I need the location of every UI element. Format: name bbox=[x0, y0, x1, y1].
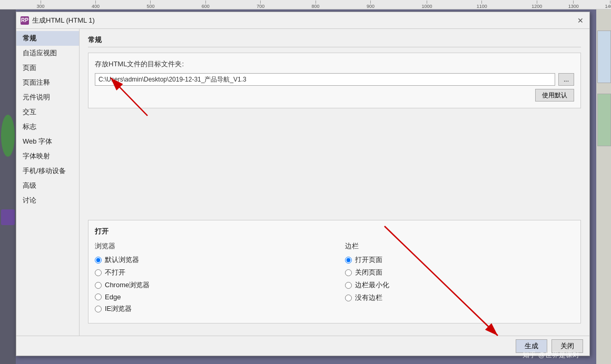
browser-label-default: 默认浏览器 bbox=[105, 255, 139, 265]
sidebar-item-adaptive[interactable]: 自适应视图 bbox=[16, 46, 79, 60]
sidebar-item-web-font[interactable]: Web 字体 bbox=[16, 134, 79, 149]
browser-column-title: 浏览器 bbox=[95, 241, 324, 251]
browser-radio-edge[interactable] bbox=[95, 294, 102, 300]
sidebar-radio-close[interactable] bbox=[345, 269, 352, 276]
bottom-bar: 生成 关闭 bbox=[16, 336, 589, 356]
ruler-mark: 1100 bbox=[477, 1, 487, 9]
browser-label-none: 不打开 bbox=[105, 268, 125, 277]
sidebar-item-font-map[interactable]: 字体映射 bbox=[16, 149, 79, 164]
browser-radio-ie[interactable] bbox=[95, 306, 102, 312]
ruler-mark: 700 bbox=[257, 1, 264, 9]
browser-option-default[interactable]: 默认浏览器 bbox=[95, 255, 324, 265]
dialog-body: 常规 自适应视图 页面 页面注释 元件说明 交互 标志 Web 字体 字体映射 … bbox=[16, 29, 589, 336]
browser-radio-default[interactable] bbox=[95, 257, 102, 264]
decorative-circle bbox=[1, 115, 15, 157]
sidebar-item-advanced[interactable]: 高级 bbox=[16, 178, 79, 193]
browser-column: 浏览器 默认浏览器 不打开 Chrome浏览器 bbox=[95, 241, 324, 317]
sidebar-label-open: 打开页面 bbox=[355, 255, 382, 265]
sidebar-column-title: 边栏 bbox=[345, 241, 574, 251]
ruler: 300 400 500 600 700 800 900 1000 1100 12… bbox=[0, 0, 611, 9]
decorative-block bbox=[1, 209, 15, 225]
app-icon: RP bbox=[21, 16, 29, 25]
close-button[interactable]: ✕ bbox=[576, 16, 585, 25]
main-content: 常规 存放HTML文件的目标文件夹: ... 使用默认 打开 bbox=[80, 29, 589, 336]
sidebar-label-none: 没有边栏 bbox=[355, 293, 382, 302]
open-section-title: 打开 bbox=[95, 227, 574, 236]
sidebar-radio-none[interactable] bbox=[345, 295, 352, 301]
dialog-title: 生成HTML (HTML 1) bbox=[32, 16, 95, 25]
sidebar-item-element-notes[interactable]: 元件说明 bbox=[16, 90, 79, 105]
sidebar-option-none[interactable]: 没有边栏 bbox=[345, 293, 574, 302]
bg-left-panel bbox=[0, 9, 16, 364]
open-section: 打开 浏览器 默认浏览器 不打开 bbox=[88, 220, 581, 323]
right-thumb-1 bbox=[597, 31, 611, 83]
ruler-mark: 1000 bbox=[421, 1, 432, 9]
title-bar: RP 生成HTML (HTML 1) ✕ bbox=[16, 12, 589, 29]
sidebar-radio-open[interactable] bbox=[345, 257, 352, 264]
sidebar-item-interaction[interactable]: 交互 bbox=[16, 105, 79, 119]
sidebar-item-logo[interactable]: 标志 bbox=[16, 119, 79, 134]
title-bar-left: RP 生成HTML (HTML 1) bbox=[21, 16, 95, 25]
ruler-mark: 1300 bbox=[568, 1, 579, 9]
ruler-mark: 1200 bbox=[531, 1, 542, 9]
folder-section: 存放HTML文件的目标文件夹: ... 使用默认 bbox=[88, 53, 581, 108]
browser-radio-chrome[interactable] bbox=[95, 282, 102, 289]
browser-label-chrome: Chrome浏览器 bbox=[105, 280, 150, 290]
ruler-mark: 1400 bbox=[605, 1, 611, 9]
sidebar-item-page[interactable]: 页面 bbox=[16, 60, 79, 75]
empty-space bbox=[88, 115, 581, 220]
watermark: 知乎 @世界是课对 bbox=[523, 350, 579, 360]
browser-label-edge: Edge bbox=[105, 293, 121, 301]
browser-option-chrome[interactable]: Chrome浏览器 bbox=[95, 280, 324, 290]
ruler-mark: 900 bbox=[367, 1, 375, 9]
sidebar-option-minimize[interactable]: 边栏最小化 bbox=[345, 280, 574, 290]
sidebar-options-column: 边栏 打开页面 关闭页面 边栏最小化 bbox=[345, 241, 574, 317]
use-default-button[interactable]: 使用默认 bbox=[535, 89, 574, 102]
sidebar-option-open[interactable]: 打开页面 bbox=[345, 255, 574, 265]
browse-button[interactable]: ... bbox=[558, 73, 574, 86]
browser-label-ie: IE浏览器 bbox=[105, 304, 132, 314]
sidebar-option-close[interactable]: 关闭页面 bbox=[345, 268, 574, 277]
sidebar-item-discussion[interactable]: 讨论 bbox=[16, 193, 79, 208]
ruler-mark: 600 bbox=[202, 1, 210, 9]
sidebar-item-general[interactable]: 常规 bbox=[16, 31, 79, 46]
ruler-mark: 500 bbox=[146, 1, 154, 9]
browser-option-ie[interactable]: IE浏览器 bbox=[95, 304, 324, 314]
open-columns: 浏览器 默认浏览器 不打开 Chrome浏览器 bbox=[95, 241, 574, 317]
bg-right-panel bbox=[596, 9, 611, 364]
ruler-mark: 800 bbox=[312, 1, 320, 9]
folder-path-input[interactable] bbox=[95, 73, 555, 86]
browser-radio-none[interactable] bbox=[95, 269, 102, 276]
browser-option-edge[interactable]: Edge bbox=[95, 293, 324, 301]
ruler-mark: 400 bbox=[92, 1, 100, 9]
browser-option-none[interactable]: 不打开 bbox=[95, 268, 324, 277]
sidebar-item-page-notes[interactable]: 页面注释 bbox=[16, 75, 79, 90]
ruler-mark: 300 bbox=[37, 1, 45, 9]
folder-input-row: ... bbox=[95, 73, 574, 86]
sidebar-label-minimize: 边栏最小化 bbox=[355, 280, 389, 290]
default-btn-row: 使用默认 bbox=[95, 89, 574, 102]
sidebar: 常规 自适应视图 页面 页面注释 元件说明 交互 标志 Web 字体 字体映射 … bbox=[16, 29, 80, 336]
right-thumb-2 bbox=[597, 94, 611, 146]
sidebar-label-close: 关闭页面 bbox=[355, 268, 382, 277]
section-title-general: 常规 bbox=[88, 35, 581, 47]
dialog: RP 生成HTML (HTML 1) ✕ 常规 自适应视图 页面 页面注释 元件… bbox=[16, 12, 590, 356]
sidebar-item-mobile[interactable]: 手机/移动设备 bbox=[16, 164, 79, 178]
folder-label: 存放HTML文件的目标文件夹: bbox=[95, 59, 574, 69]
sidebar-radio-minimize[interactable] bbox=[345, 282, 352, 289]
